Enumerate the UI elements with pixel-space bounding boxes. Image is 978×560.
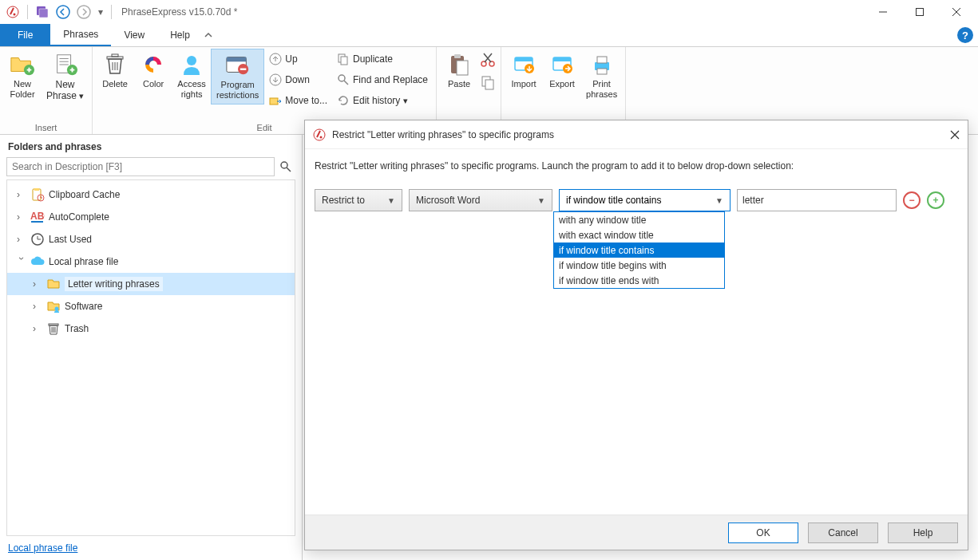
svg-line-38: [485, 53, 492, 62]
move-to-button[interactable]: Move to...: [269, 92, 327, 109]
svg-point-1: [14, 14, 16, 16]
svg-rect-30: [341, 57, 347, 65]
autocomplete-icon: ABC: [30, 209, 46, 225]
print-button[interactable]: Print phrases: [581, 49, 622, 103]
color-icon: [141, 52, 166, 77]
duplicate-button[interactable]: Duplicate: [337, 50, 428, 68]
arrow-up-icon: [269, 53, 282, 65]
svg-point-65: [320, 136, 323, 138]
folder-user-icon: [46, 298, 61, 314]
svg-point-5: [77, 6, 90, 18]
chevron-down-icon: ▼: [537, 196, 545, 205]
dialog-footer: OK Cancel Help: [305, 515, 968, 550]
trash-icon: [102, 52, 128, 77]
menu-phrases[interactable]: Phrases: [50, 24, 111, 46]
condition-combo[interactable]: if window title contains ▼: [559, 189, 731, 211]
dropdown-option[interactable]: with any window title: [554, 212, 724, 227]
svg-line-39: [484, 53, 491, 62]
svg-line-52: [287, 168, 291, 172]
help-button[interactable]: Help: [888, 523, 958, 543]
color-button[interactable]: Color: [134, 49, 172, 93]
export-icon: [549, 52, 575, 77]
qa-customize-icon[interactable]: ▾: [95, 2, 106, 22]
new-folder-label: New Folder: [10, 79, 34, 100]
chevron-down-icon: ▼: [387, 196, 395, 205]
svg-rect-54: [34, 188, 39, 191]
help-icon[interactable]: ?: [957, 27, 973, 43]
back-icon[interactable]: [53, 2, 73, 22]
dropdown-option[interactable]: if window title contains: [554, 243, 724, 258]
delete-button[interactable]: Delete: [96, 49, 134, 93]
collapse-ribbon-icon[interactable]: [203, 30, 214, 41]
window-title: PhraseExpress v15.0.70d *: [121, 6, 237, 18]
print-icon: [589, 52, 615, 77]
tree-item-last-used[interactable]: › Last Used: [7, 228, 295, 250]
dropdown-option[interactable]: if window title ends with: [554, 273, 724, 288]
svg-rect-34: [454, 54, 461, 58]
dropdown-option[interactable]: with exact window title: [554, 227, 724, 243]
add-rule-button[interactable]: +: [927, 191, 944, 209]
cancel-button[interactable]: Cancel: [808, 523, 878, 543]
menu-bar: File Phrases View Help ?: [0, 24, 978, 47]
svg-point-51: [281, 162, 287, 168]
import-button[interactable]: Import: [505, 49, 543, 93]
program-restrictions-button[interactable]: Program restrictions: [211, 49, 264, 105]
left-panel: Folders and phrases › Clipboard Cache › …: [0, 135, 303, 560]
tree-item-trash[interactable]: › Trash: [7, 317, 295, 340]
restrict-mode-combo[interactable]: Restrict to ▼: [315, 189, 402, 211]
search-input[interactable]: [6, 157, 275, 176]
app-icon[interactable]: [3, 2, 22, 22]
export-button[interactable]: Export: [543, 49, 581, 93]
condition-dropdown: with any window title with exact window …: [553, 211, 725, 289]
dialog-close-button[interactable]: [950, 130, 960, 140]
down-button[interactable]: Down: [269, 71, 327, 89]
up-button[interactable]: Up: [269, 50, 327, 68]
window-controls: [865, 0, 975, 24]
svg-rect-3: [39, 9, 48, 18]
find-replace-button[interactable]: Find and Replace: [337, 71, 428, 89]
search-icon: [337, 73, 350, 86]
new-phrase-button[interactable]: New Phrase ▾: [42, 49, 89, 105]
search-button[interactable]: [276, 157, 295, 176]
menu-view[interactable]: View: [111, 24, 157, 46]
paste-button[interactable]: Paste: [440, 49, 478, 93]
svg-rect-23: [227, 57, 246, 62]
new-folder-button[interactable]: New Folder: [3, 49, 42, 103]
new-phrase-label: New Phrase ▾: [46, 79, 84, 102]
forward-icon[interactable]: [74, 2, 93, 22]
tree-item-software[interactable]: › Software: [7, 295, 295, 317]
svg-point-21: [187, 56, 196, 65]
cut-icon[interactable]: [480, 52, 496, 68]
chevron-right-icon: ›: [17, 189, 26, 200]
remove-rule-button[interactable]: −: [903, 191, 921, 209]
close-button[interactable]: [938, 0, 975, 24]
tree-item-clipboard[interactable]: › Clipboard Cache: [7, 183, 295, 206]
new-folder-icon: [10, 52, 35, 77]
ribbon-group-insert-label: Insert: [35, 121, 57, 134]
dialog-description: Restrict "Letter writing phrases" to spe…: [315, 160, 958, 172]
dropdown-option[interactable]: if window title begins with: [554, 258, 724, 273]
tree-item-autocomplete[interactable]: › ABC AutoComplete: [7, 206, 295, 228]
svg-rect-49: [597, 57, 607, 63]
maximize-button[interactable]: [901, 0, 938, 24]
menu-file[interactable]: File: [0, 24, 50, 46]
dialog-title: Restrict "Letter writing phrases" to spe…: [332, 129, 554, 140]
svg-rect-20: [112, 54, 118, 57]
chevron-right-icon: ›: [17, 211, 26, 223]
menu-help[interactable]: Help: [157, 24, 203, 46]
svg-point-31: [339, 75, 345, 81]
access-rights-button[interactable]: Access rights: [172, 49, 211, 103]
dialog-app-icon: [313, 128, 326, 141]
tree-item-letter-writing[interactable]: › Letter writing phrases: [7, 273, 295, 295]
footer-link[interactable]: Local phrase file: [0, 536, 302, 560]
panel-title: Folders and phrases: [0, 135, 302, 157]
edit-history-button[interactable]: Edit history ▾: [337, 92, 428, 109]
value-input[interactable]: [737, 189, 897, 211]
save-all-icon[interactable]: [33, 2, 52, 22]
folder-tree: › Clipboard Cache › ABC AutoComplete › L…: [6, 179, 295, 536]
copy-icon[interactable]: [480, 74, 496, 90]
tree-item-local-file[interactable]: › Local phrase file: [7, 250, 295, 273]
minimize-button[interactable]: [865, 0, 901, 24]
program-combo[interactable]: Microsoft Word ▼: [409, 189, 552, 211]
ok-button[interactable]: OK: [728, 523, 798, 543]
